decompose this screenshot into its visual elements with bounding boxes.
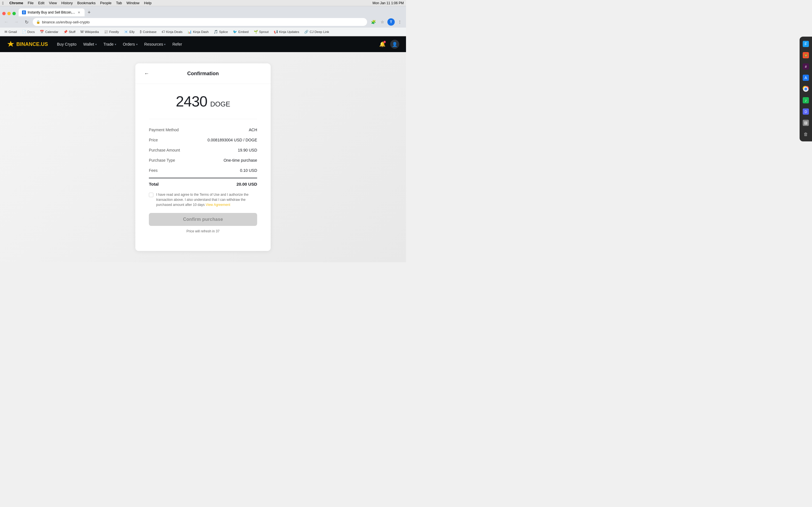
bookmark-gmail[interactable]: ✉ Gmail [2,29,19,35]
menubar-right: Mon Jan 11 1:06 PM [372,1,404,5]
profile-btn[interactable]: T [388,18,395,25]
menu-chrome[interactable]: Chrome [9,1,23,5]
binance-navbar: BINANCE.US Buy Crypto Wallet ▾ Trade ▾ O… [0,36,406,52]
calendar-icon: 📅 [40,30,44,34]
bookmark-coinbase[interactable]: ₿ Coinbase [138,29,159,35]
resources-chevron-icon: ▾ [164,43,165,46]
nav-resources[interactable]: Resources ▾ [144,42,166,47]
orders-chevron-icon: ▾ [136,43,138,46]
nav-buy-crypto-label: Buy Crypto [57,42,77,47]
bookmark-elly[interactable]: 📧 Elly [122,29,137,35]
back-button[interactable]: ← [142,69,151,78]
menu-tab[interactable]: Tab [116,1,122,5]
extensions-btn[interactable]: 🧩 [369,18,377,26]
menu-view[interactable]: View [49,1,57,5]
view-agreement-link[interactable]: View Agreement [206,203,230,207]
price-label: Price [149,138,158,142]
lock-icon: 🔒 [36,20,40,24]
bookmark-docs[interactable]: 📄 Docs [20,29,37,35]
forward-btn[interactable]: → [12,18,20,26]
card-header: ← Confirmation [135,63,271,84]
binance-logo-text: BINANCE.US [16,41,48,47]
nav-refer-label: Refer [172,42,182,47]
close-window-btn[interactable] [2,12,6,15]
menu-help[interactable]: Help [144,1,152,5]
notification-badge [384,41,386,43]
bookmark-embed[interactable]: 🐦 Embed [231,29,251,35]
payment-method-value: ACH [249,128,257,132]
detail-row-payment-method: Payment Method ACH [149,125,257,135]
details-section: Payment Method ACH Price 0.0081893004 US… [149,119,257,175]
nav-buy-crypto[interactable]: Buy Crypto [57,42,77,47]
bookmark-wikipedia[interactable]: W Wikipedia [78,29,101,35]
notifications-btn[interactable]: 🔔 [378,40,387,49]
total-label: Total [149,182,159,186]
nav-orders[interactable]: Orders ▾ [123,42,138,47]
bookmark-kinja-dash[interactable]: 📊 Kinja Dash [185,29,211,35]
url-bar[interactable]: 🔒 binance.us/en/buy-sell-crypto [33,18,367,26]
browser-chrome: B Instantly Buy and Sell Bitcoin,... × +… [0,6,406,36]
tab-favicon: B [22,10,26,14]
bookmark-star-btn[interactable]: ☆ [378,18,386,26]
bookmark-cj-deep-link[interactable]: 🔗 CJ Deep Link [302,29,331,35]
more-btn[interactable]: ⋮ [396,18,404,26]
menu-bookmarks[interactable]: Bookmarks [77,1,96,5]
nav-resources-label: Resources [144,42,163,47]
detail-row-purchase-type: Purchase Type One-time purchase [149,155,257,165]
agreement-text: I have read and agree to the Terms of Us… [156,192,257,207]
bookmark-docs-label: Docs [28,30,35,34]
trade-chevron-icon: ▾ [115,43,116,46]
bookmark-calendar[interactable]: 📅 Calendar [38,29,61,35]
binance-logo[interactable]: BINANCE.US [7,40,48,48]
active-tab[interactable]: B Instantly Buy and Sell Bitcoin,... × [18,8,85,16]
menu-history[interactable]: History [61,1,73,5]
url-text: binance.us/en/buy-sell-crypto [42,20,364,24]
bookmark-kinja-updates[interactable]: 📢 Kinja Updates [271,29,302,35]
total-value: 20.00 USD [237,182,257,186]
nav-refer[interactable]: Refer [172,42,182,47]
menu-edit[interactable]: Edit [38,1,44,5]
agreement-checkbox[interactable] [149,193,153,197]
back-btn[interactable]: ← [2,18,10,26]
nav-orders-label: Orders [123,42,135,47]
splice-icon: 🎵 [214,30,218,34]
maximize-window-btn[interactable] [12,12,16,15]
cj-deep-link-icon: 🔗 [304,30,308,34]
bookmark-feedly-label: Feedly [109,30,119,34]
purchase-amount-value: 19.90 USD [238,148,257,152]
bookmark-splice-label: Splice [219,30,228,34]
bookmark-splice[interactable]: 🎵 Splice [211,29,230,35]
detail-row-fees: Fees 0.10 USD [149,165,257,175]
menu-window[interactable]: Window [126,1,140,5]
bookmark-stuff[interactable]: 📌 Stuff [61,29,78,35]
menu-file[interactable]: File [28,1,34,5]
new-tab-btn[interactable]: + [85,8,93,16]
mac-menubar:  Chrome File Edit View History Bookmark… [0,0,406,6]
bookmark-gmail-label: Gmail [8,30,17,34]
menu-people[interactable]: People [100,1,111,5]
reload-btn[interactable]: ↻ [22,18,31,26]
sprout-icon: 🌱 [254,30,258,34]
purchase-amount-label: Purchase Amount [149,148,180,152]
nav-wallet[interactable]: Wallet ▾ [83,42,96,47]
kinja-updates-icon: 📢 [274,30,278,34]
user-profile-btn[interactable]: 👤 [390,40,399,49]
bookmark-feedly[interactable]: 📰 Feedly [102,29,121,35]
tab-close-btn[interactable]: × [77,10,81,15]
fees-label: Fees [149,168,158,173]
kinja-deals-icon: 🏷 [161,30,165,34]
apple-menu[interactable]:  [2,1,4,5]
fees-value: 0.10 USD [240,168,257,173]
bookmark-sprout[interactable]: 🌱 Sprout [252,29,271,35]
nav-wallet-label: Wallet [83,42,94,47]
minimize-window-btn[interactable] [7,12,11,15]
bookmark-kinja-deals[interactable]: 🏷 Kinja Deals [159,29,185,35]
bookmark-embed-label: Embed [238,30,248,34]
page-content: ← Confirmation 2430 DOGE Payment Method … [0,52,406,262]
nav-right: 🔔 👤 [378,40,399,49]
card-title: Confirmation [187,71,219,76]
bookmark-wikipedia-label: Wikipedia [85,30,99,34]
nav-trade[interactable]: Trade ▾ [103,42,116,47]
refresh-text: Price will refresh in 37 [186,229,219,233]
confirm-purchase-button[interactable]: Confirm purchase [149,213,257,226]
